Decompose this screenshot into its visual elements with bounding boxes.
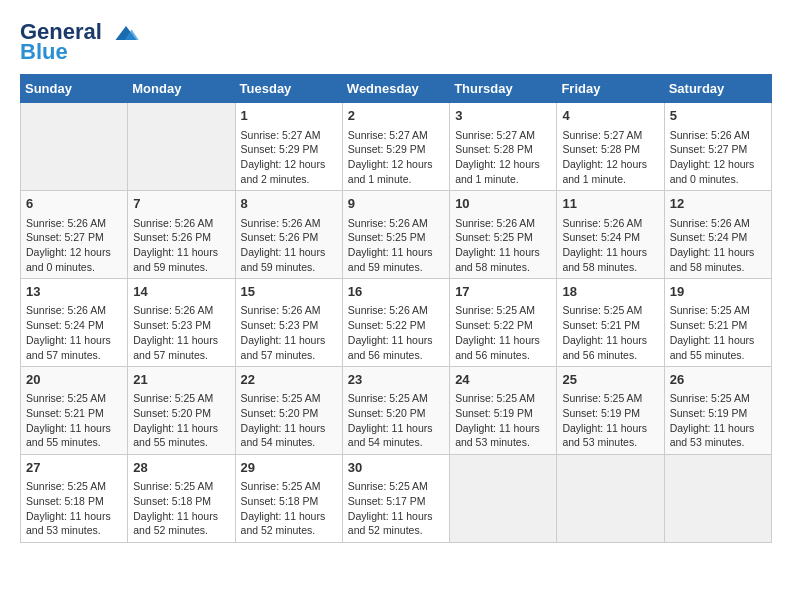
calendar-cell: 8Sunrise: 5:26 AM Sunset: 5:26 PM Daylig…	[235, 191, 342, 279]
calendar-table: SundayMondayTuesdayWednesdayThursdayFrid…	[20, 74, 772, 543]
day-info: Sunrise: 5:25 AM Sunset: 5:20 PM Dayligh…	[241, 391, 337, 450]
weekday-header-sunday: Sunday	[21, 75, 128, 103]
calendar-cell: 6Sunrise: 5:26 AM Sunset: 5:27 PM Daylig…	[21, 191, 128, 279]
day-number: 22	[241, 371, 337, 389]
day-number: 20	[26, 371, 122, 389]
calendar-cell: 30Sunrise: 5:25 AM Sunset: 5:17 PM Dayli…	[342, 455, 449, 543]
calendar-cell: 15Sunrise: 5:26 AM Sunset: 5:23 PM Dayli…	[235, 279, 342, 367]
day-info: Sunrise: 5:27 AM Sunset: 5:29 PM Dayligh…	[348, 128, 444, 187]
calendar-cell: 5Sunrise: 5:26 AM Sunset: 5:27 PM Daylig…	[664, 103, 771, 191]
day-number: 29	[241, 459, 337, 477]
day-info: Sunrise: 5:26 AM Sunset: 5:25 PM Dayligh…	[348, 216, 444, 275]
calendar-cell	[128, 103, 235, 191]
day-number: 11	[562, 195, 658, 213]
calendar-cell: 20Sunrise: 5:25 AM Sunset: 5:21 PM Dayli…	[21, 367, 128, 455]
calendar-cell: 19Sunrise: 5:25 AM Sunset: 5:21 PM Dayli…	[664, 279, 771, 367]
day-info: Sunrise: 5:26 AM Sunset: 5:24 PM Dayligh…	[670, 216, 766, 275]
calendar-cell: 17Sunrise: 5:25 AM Sunset: 5:22 PM Dayli…	[450, 279, 557, 367]
day-info: Sunrise: 5:26 AM Sunset: 5:23 PM Dayligh…	[241, 303, 337, 362]
day-info: Sunrise: 5:26 AM Sunset: 5:24 PM Dayligh…	[562, 216, 658, 275]
day-number: 14	[133, 283, 229, 301]
calendar-cell: 16Sunrise: 5:26 AM Sunset: 5:22 PM Dayli…	[342, 279, 449, 367]
day-info: Sunrise: 5:25 AM Sunset: 5:21 PM Dayligh…	[562, 303, 658, 362]
day-info: Sunrise: 5:25 AM Sunset: 5:19 PM Dayligh…	[562, 391, 658, 450]
day-info: Sunrise: 5:25 AM Sunset: 5:18 PM Dayligh…	[133, 479, 229, 538]
day-number: 28	[133, 459, 229, 477]
day-number: 25	[562, 371, 658, 389]
calendar-cell: 13Sunrise: 5:26 AM Sunset: 5:24 PM Dayli…	[21, 279, 128, 367]
day-number: 17	[455, 283, 551, 301]
calendar-cell: 4Sunrise: 5:27 AM Sunset: 5:28 PM Daylig…	[557, 103, 664, 191]
weekday-header-tuesday: Tuesday	[235, 75, 342, 103]
calendar-cell: 1Sunrise: 5:27 AM Sunset: 5:29 PM Daylig…	[235, 103, 342, 191]
day-number: 23	[348, 371, 444, 389]
day-info: Sunrise: 5:25 AM Sunset: 5:20 PM Dayligh…	[133, 391, 229, 450]
day-info: Sunrise: 5:26 AM Sunset: 5:26 PM Dayligh…	[241, 216, 337, 275]
day-number: 3	[455, 107, 551, 125]
calendar-cell: 25Sunrise: 5:25 AM Sunset: 5:19 PM Dayli…	[557, 367, 664, 455]
day-info: Sunrise: 5:25 AM Sunset: 5:21 PM Dayligh…	[26, 391, 122, 450]
calendar-cell: 23Sunrise: 5:25 AM Sunset: 5:20 PM Dayli…	[342, 367, 449, 455]
day-number: 15	[241, 283, 337, 301]
calendar-cell: 29Sunrise: 5:25 AM Sunset: 5:18 PM Dayli…	[235, 455, 342, 543]
day-info: Sunrise: 5:25 AM Sunset: 5:22 PM Dayligh…	[455, 303, 551, 362]
logo: General Blue	[20, 20, 140, 64]
day-number: 30	[348, 459, 444, 477]
day-info: Sunrise: 5:26 AM Sunset: 5:25 PM Dayligh…	[455, 216, 551, 275]
calendar-cell	[450, 455, 557, 543]
day-number: 5	[670, 107, 766, 125]
day-number: 27	[26, 459, 122, 477]
day-info: Sunrise: 5:25 AM Sunset: 5:21 PM Dayligh…	[670, 303, 766, 362]
calendar-cell: 26Sunrise: 5:25 AM Sunset: 5:19 PM Dayli…	[664, 367, 771, 455]
day-number: 8	[241, 195, 337, 213]
day-info: Sunrise: 5:25 AM Sunset: 5:20 PM Dayligh…	[348, 391, 444, 450]
logo-text: General Blue	[20, 20, 140, 64]
day-number: 18	[562, 283, 658, 301]
day-number: 19	[670, 283, 766, 301]
day-info: Sunrise: 5:26 AM Sunset: 5:23 PM Dayligh…	[133, 303, 229, 362]
day-number: 26	[670, 371, 766, 389]
day-number: 10	[455, 195, 551, 213]
day-info: Sunrise: 5:27 AM Sunset: 5:28 PM Dayligh…	[455, 128, 551, 187]
calendar-cell: 22Sunrise: 5:25 AM Sunset: 5:20 PM Dayli…	[235, 367, 342, 455]
day-number: 1	[241, 107, 337, 125]
day-number: 12	[670, 195, 766, 213]
day-number: 16	[348, 283, 444, 301]
day-info: Sunrise: 5:27 AM Sunset: 5:28 PM Dayligh…	[562, 128, 658, 187]
calendar-cell	[21, 103, 128, 191]
weekday-header-friday: Friday	[557, 75, 664, 103]
calendar-cell: 10Sunrise: 5:26 AM Sunset: 5:25 PM Dayli…	[450, 191, 557, 279]
day-number: 4	[562, 107, 658, 125]
calendar-cell	[664, 455, 771, 543]
weekday-header-wednesday: Wednesday	[342, 75, 449, 103]
day-number: 6	[26, 195, 122, 213]
day-number: 9	[348, 195, 444, 213]
day-number: 13	[26, 283, 122, 301]
day-number: 2	[348, 107, 444, 125]
day-info: Sunrise: 5:26 AM Sunset: 5:27 PM Dayligh…	[26, 216, 122, 275]
weekday-header-saturday: Saturday	[664, 75, 771, 103]
calendar-cell: 12Sunrise: 5:26 AM Sunset: 5:24 PM Dayli…	[664, 191, 771, 279]
calendar-cell: 7Sunrise: 5:26 AM Sunset: 5:26 PM Daylig…	[128, 191, 235, 279]
day-info: Sunrise: 5:25 AM Sunset: 5:18 PM Dayligh…	[26, 479, 122, 538]
calendar-cell: 9Sunrise: 5:26 AM Sunset: 5:25 PM Daylig…	[342, 191, 449, 279]
day-number: 21	[133, 371, 229, 389]
day-info: Sunrise: 5:25 AM Sunset: 5:19 PM Dayligh…	[455, 391, 551, 450]
calendar-cell	[557, 455, 664, 543]
day-info: Sunrise: 5:26 AM Sunset: 5:26 PM Dayligh…	[133, 216, 229, 275]
day-info: Sunrise: 5:25 AM Sunset: 5:19 PM Dayligh…	[670, 391, 766, 450]
day-info: Sunrise: 5:26 AM Sunset: 5:27 PM Dayligh…	[670, 128, 766, 187]
calendar-cell: 14Sunrise: 5:26 AM Sunset: 5:23 PM Dayli…	[128, 279, 235, 367]
calendar-cell: 3Sunrise: 5:27 AM Sunset: 5:28 PM Daylig…	[450, 103, 557, 191]
calendar-cell: 24Sunrise: 5:25 AM Sunset: 5:19 PM Dayli…	[450, 367, 557, 455]
header: General Blue	[20, 20, 772, 64]
calendar-cell: 21Sunrise: 5:25 AM Sunset: 5:20 PM Dayli…	[128, 367, 235, 455]
day-info: Sunrise: 5:26 AM Sunset: 5:22 PM Dayligh…	[348, 303, 444, 362]
calendar-cell: 28Sunrise: 5:25 AM Sunset: 5:18 PM Dayli…	[128, 455, 235, 543]
calendar-cell: 18Sunrise: 5:25 AM Sunset: 5:21 PM Dayli…	[557, 279, 664, 367]
calendar-cell: 27Sunrise: 5:25 AM Sunset: 5:18 PM Dayli…	[21, 455, 128, 543]
day-number: 24	[455, 371, 551, 389]
calendar-cell: 2Sunrise: 5:27 AM Sunset: 5:29 PM Daylig…	[342, 103, 449, 191]
weekday-header-thursday: Thursday	[450, 75, 557, 103]
weekday-header-monday: Monday	[128, 75, 235, 103]
